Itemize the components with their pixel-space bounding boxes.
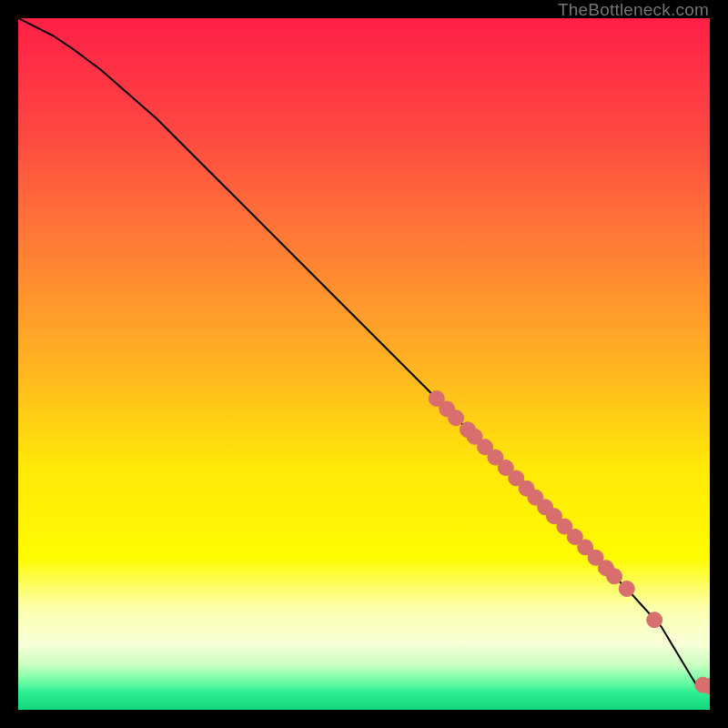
chart-frame [18, 18, 710, 710]
data-point [607, 569, 622, 584]
chart-svg [18, 18, 710, 710]
data-point [619, 581, 634, 597]
attribution-label: TheBottleneck.com [558, 0, 709, 20]
plot-background [18, 18, 710, 710]
data-point [449, 410, 464, 426]
data-point [647, 612, 662, 628]
